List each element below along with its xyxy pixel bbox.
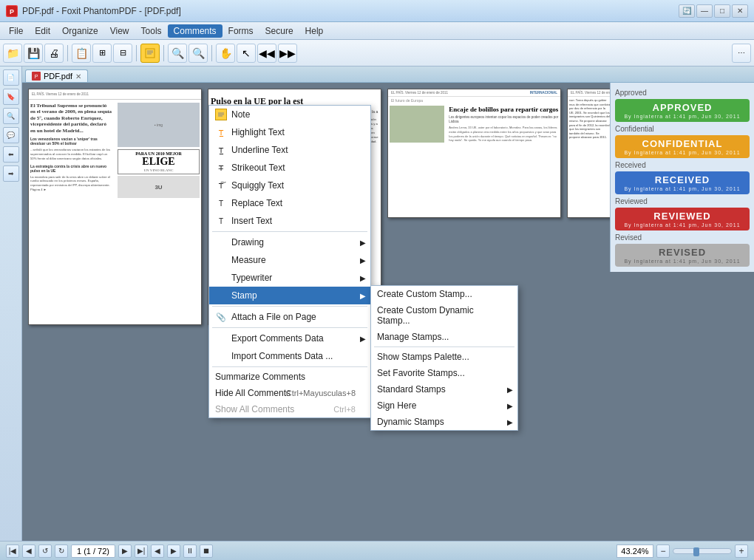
panel-btn-4[interactable]: 💬: [3, 127, 19, 143]
summarize-label: Summarize Comments: [215, 372, 305, 382]
page4-col1: curr. Toma depués qu gobier mus de refer…: [569, 98, 611, 157]
menu-item-replace[interactable]: T Replace Text: [209, 194, 370, 212]
menu-comments[interactable]: Comments: [168, 24, 223, 38]
nav-btn-10[interactable]: ⏹: [200, 544, 213, 558]
zoom-in-btn[interactable]: +: [735, 544, 748, 558]
page3-section-tag: INTERNACIONAL: [530, 91, 557, 95]
menu-item-insert[interactable]: T Insert Text: [209, 212, 370, 230]
submenu-setfavorite[interactable]: Set Favorite Stamps...: [371, 365, 517, 381]
submenu-manage[interactable]: Manage Stamps...: [371, 329, 517, 345]
panel-btn-1[interactable]: 📄: [3, 69, 19, 86]
page3-body: Andres Lema, 33 UE, uster por el laborat…: [449, 126, 559, 142]
tb-btn1[interactable]: ⊞: [92, 44, 112, 63]
submenu-dynamic[interactable]: Dynamic Stamps ▶: [371, 414, 517, 430]
tab-close-btn[interactable]: ✕: [75, 72, 81, 81]
prev-page-btn[interactable]: ◀: [22, 544, 35, 558]
panel-btn-3[interactable]: 🔍: [3, 108, 19, 124]
menu-forms[interactable]: Forms: [223, 24, 259, 38]
submenu-custom-dynamic[interactable]: Create Custom Dynamic Stamp...: [371, 302, 517, 329]
refresh-btn[interactable]: 🔄: [679, 4, 695, 18]
last-page-btn[interactable]: ▶|: [135, 544, 148, 558]
tb-cursor[interactable]: ↖: [237, 44, 256, 63]
showpalette-label: Show Stamps Palette...: [377, 352, 469, 362]
menu-item-attachfile[interactable]: 📎 Attach a File on Page: [209, 308, 370, 326]
sub-sep1: [374, 346, 514, 347]
panel-btn-6[interactable]: ➡: [3, 165, 19, 182]
menu-item-showall[interactable]: Show All Comments Ctrl+8: [209, 401, 370, 417]
menu-item-import[interactable]: Import Comments Data ...: [209, 347, 370, 365]
stamp-reviewed[interactable]: REVIEWED By Inglaterra at 1:41 pm, Jun 3…: [615, 208, 750, 231]
zoom-out-btn[interactable]: −: [656, 544, 670, 558]
menu-item-export[interactable]: Export Comments Data ▶: [209, 329, 370, 347]
tb-nav-right[interactable]: ▶▶: [278, 44, 297, 63]
menu-secure[interactable]: Secure: [259, 24, 299, 38]
page3-image: [390, 106, 444, 143]
page1-body2: La maniobra para salir de la crisis abre…: [30, 175, 112, 193]
nav-btn-4[interactable]: ↻: [55, 544, 68, 558]
menu-edit[interactable]: Edit: [29, 24, 56, 38]
menu-item-stamp[interactable]: Stamp ▶ Create Custom Stamp... Create Cu…: [209, 287, 370, 304]
zoom-input[interactable]: [617, 544, 653, 558]
stamp-received[interactable]: RECEIVED By Inglaterra at 1:41 pm, Jun 3…: [615, 171, 750, 194]
page1-ad: PARA UN 2010 MEJORELIGEUN VINO BLANC: [118, 149, 200, 174]
first-page-btn[interactable]: |◀: [6, 544, 19, 558]
save-btn[interactable]: 💾: [24, 44, 43, 63]
tb-extra1[interactable]: ⋯: [732, 44, 751, 63]
tb-zoom-out[interactable]: 🔍: [188, 44, 208, 63]
panel-btn-2[interactable]: 🔖: [3, 89, 19, 105]
maximize-btn[interactable]: □: [714, 4, 730, 18]
pdf-tab[interactable]: P PDF.pdf ✕: [25, 69, 88, 82]
menu-item-measure[interactable]: Measure ▶: [209, 251, 370, 269]
close-btn[interactable]: ✕: [732, 4, 748, 18]
stamp-revised[interactable]: REVISED By Inglaterra at 1:41 pm, Jun 30…: [615, 244, 750, 267]
submenu-custom[interactable]: Create Custom Stamp...: [371, 286, 517, 302]
menu-item-highlight[interactable]: T̲ Highlight Text: [209, 123, 370, 141]
page1-headline2: Los venezolanos vacian a 'sniper' tras d…: [30, 137, 112, 146]
submenu-showpalette[interactable]: Show Stamps Palette...: [371, 349, 517, 365]
menu-help[interactable]: Help: [299, 24, 330, 38]
nav-btn-7[interactable]: ◀: [151, 544, 164, 558]
tb-note-icon[interactable]: [140, 44, 160, 63]
stamp-approved[interactable]: APPROVED By Inglaterra at 1:41 pm, Jun 3…: [615, 99, 750, 122]
menu-item-note[interactable]: Note: [209, 106, 370, 123]
note-icon: [215, 109, 227, 120]
submenu-standard[interactable]: Standard Stamps ▶: [371, 381, 517, 397]
menu-item-underline[interactable]: T̲ Underline Text: [209, 141, 370, 159]
nav-btn-9[interactable]: ⏸: [183, 544, 197, 558]
copy-btn[interactable]: 📋: [72, 44, 91, 63]
tb-nav-left[interactable]: ◀◀: [257, 44, 276, 63]
page-input[interactable]: [71, 544, 115, 558]
submenu-signhere[interactable]: Sign Here ▶: [371, 397, 517, 414]
print-btn[interactable]: 🖨: [44, 44, 64, 63]
svg-text:P: P: [35, 74, 38, 79]
insert-icon: T: [215, 215, 227, 227]
next-page-btn[interactable]: ▶: [118, 544, 132, 558]
menu-view[interactable]: View: [104, 24, 135, 38]
minimize-btn[interactable]: —: [696, 4, 713, 18]
underline-label: Underline Text: [231, 145, 288, 155]
nav-btn-8[interactable]: ▶: [167, 544, 180, 558]
page1-col1: El Tribunal Supremo se pronunció en el v…: [29, 101, 114, 199]
tb-zoom-in[interactable]: 🔍: [168, 44, 187, 63]
menu-organize[interactable]: Organize: [56, 24, 104, 38]
menu-item-typewriter[interactable]: Typewriter ▶: [209, 269, 370, 287]
zoom-slider[interactable]: [673, 548, 732, 554]
open-btn[interactable]: 📁: [3, 44, 22, 63]
menu-item-strikeout[interactable]: T̶ Strikeout Text: [209, 159, 370, 177]
menu-item-drawing[interactable]: Drawing ▶: [209, 233, 370, 251]
menu-item-summarize[interactable]: Summarize Comments: [209, 369, 370, 385]
menu-tools[interactable]: Tools: [135, 24, 168, 38]
sep2: [136, 45, 137, 61]
drawing-icon: [215, 236, 227, 248]
panel-btn-5[interactable]: ⬅: [3, 146, 19, 163]
menu-file[interactable]: File: [3, 24, 29, 38]
menu-item-hideall[interactable]: Hide All Comments Ctrl+Mayusculas+8: [209, 385, 370, 401]
stamp-icon: [215, 290, 227, 301]
stamp-confidential[interactable]: CONFIDENTIAL By Inglaterra at 1:41 pm, J…: [615, 135, 750, 158]
menu-item-squiggly[interactable]: T͠ Squiggly Text: [209, 177, 370, 194]
tb-btn2[interactable]: ⊟: [113, 44, 132, 63]
nav-btn-3[interactable]: ↺: [38, 544, 52, 558]
tb-hand[interactable]: ✋: [216, 44, 235, 63]
sep3: [163, 45, 164, 61]
status-bar: |◀ ◀ ↺ ↻ ▶ ▶| ◀ ▶ ⏸ ⏹ − +: [0, 541, 754, 560]
